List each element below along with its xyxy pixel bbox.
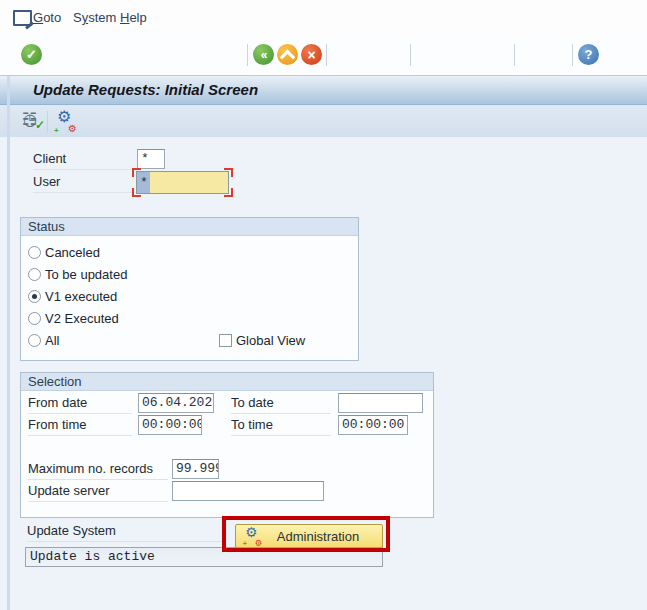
- toolbar-separator: [572, 44, 573, 66]
- update-server-input[interactable]: [172, 481, 324, 501]
- to-time-input[interactable]: 00:00:00: [338, 415, 408, 435]
- application-toolbar: ☷︎◷✓ ⚙⚙+: [0, 105, 647, 138]
- execute-icon[interactable]: ☷︎◷✓: [22, 110, 42, 130]
- cancel-icon[interactable]: ×: [301, 44, 322, 65]
- toolbar-separator: [247, 44, 248, 66]
- window-frame-edge: [7, 76, 10, 610]
- menu-item-help[interactable]: Help: [120, 9, 147, 27]
- radio-v1-executed[interactable]: V1 executed: [28, 285, 117, 307]
- from-date-input[interactable]: 06.04.2021: [138, 393, 214, 413]
- menu-item-goto[interactable]: Goto: [33, 9, 61, 27]
- page-title: Update Requests: Initial Screen: [33, 81, 258, 98]
- selection-corner: [224, 168, 233, 177]
- selection-corner: [224, 188, 233, 197]
- standard-toolbar: ✓ ▼ « « × + ↑ ↑ ↓ ↓ ★ ↗ ?: [0, 36, 647, 76]
- user-label: User: [33, 172, 133, 193]
- radio-canceled[interactable]: Canceled: [28, 241, 100, 263]
- from-time-label: From time: [28, 415, 132, 436]
- radio-all[interactable]: All: [28, 329, 59, 351]
- from-date-label: From date: [28, 393, 132, 414]
- max-records-label: Maximum no. records: [28, 459, 168, 480]
- from-time-input[interactable]: 00:00:00: [138, 415, 202, 435]
- selection-groupbox: Selection From date 06.04.2021 To date F…: [20, 372, 434, 518]
- checkbox-global-view[interactable]: Global View: [219, 329, 305, 351]
- radio-icon: [28, 312, 41, 325]
- to-date-input[interactable]: [338, 393, 423, 413]
- max-records-input[interactable]: 99.999: [172, 459, 219, 479]
- selection-corner: [132, 188, 141, 197]
- client-label: Client: [33, 149, 133, 170]
- menu-bar: Goto System Help: [0, 0, 647, 36]
- radio-v2-executed[interactable]: V2 Executed: [28, 307, 119, 329]
- update-system-label: Update System: [27, 521, 223, 542]
- checkbox-icon: [219, 334, 232, 347]
- title-bar: Update Requests: Initial Screen: [0, 76, 647, 105]
- toolbar-separator: [326, 44, 327, 66]
- update-administration-icon[interactable]: ⚙⚙+: [55, 112, 77, 132]
- toolbar-separator: [410, 44, 411, 66]
- exit-icon[interactable]: [277, 44, 298, 65]
- help-icon[interactable]: ?: [578, 44, 599, 65]
- toolbar-separator: [47, 111, 48, 133]
- radio-icon: [28, 268, 41, 281]
- toolbar-separator: [514, 44, 515, 66]
- sap-window: Goto System Help ✓ ▼ « « × + ↑ ↑ ↓ ↓ ★ ↗…: [0, 0, 647, 610]
- enter-icon[interactable]: ✓: [21, 44, 42, 65]
- menu-item-system[interactable]: System: [73, 9, 116, 27]
- update-server-label: Update server: [28, 481, 168, 502]
- status-groupbox: Status Canceled To be updated V1 execute…: [20, 217, 359, 361]
- back-icon[interactable]: «: [253, 44, 274, 65]
- client-input[interactable]: *: [137, 149, 165, 169]
- annotation-highlight-rectangle: [222, 516, 390, 552]
- selection-corner: [132, 168, 141, 177]
- radio-icon: [28, 334, 41, 347]
- to-date-label: To date: [231, 393, 331, 414]
- selection-group-title: Selection: [21, 373, 433, 391]
- user-input[interactable]: *: [136, 171, 229, 194]
- sap-control-menu-icon[interactable]: [13, 10, 32, 26]
- radio-icon: [28, 246, 41, 259]
- radio-to-be-updated[interactable]: To be updated: [28, 263, 127, 285]
- radio-icon: [28, 290, 41, 303]
- to-time-label: To time: [231, 415, 331, 436]
- status-group-title: Status: [21, 218, 358, 236]
